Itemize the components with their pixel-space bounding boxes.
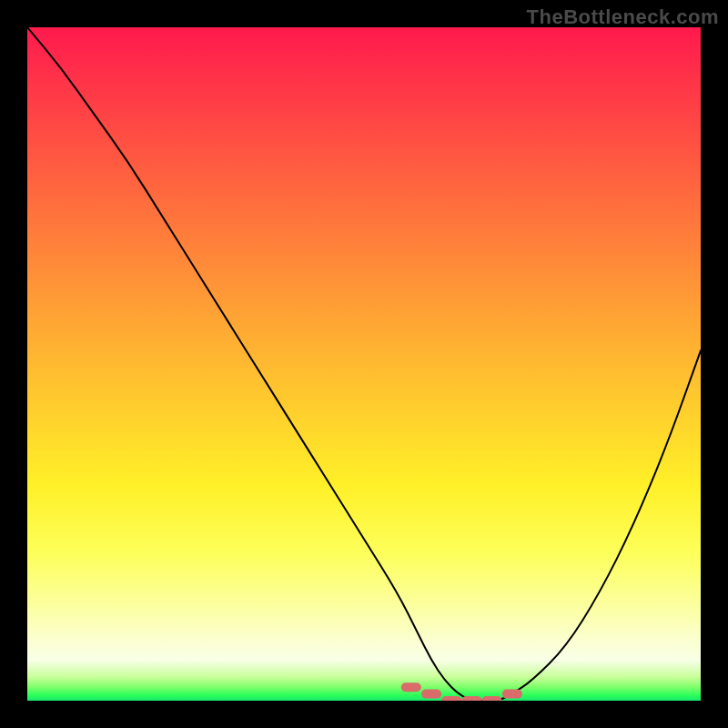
valley-marker: [482, 696, 502, 701]
valley-marker: [441, 696, 461, 701]
plot-area: [27, 27, 701, 701]
bottleneck-curve-layer: [27, 27, 701, 701]
watermark-label: TheBottleneck.com: [527, 5, 719, 29]
valley-marker: [502, 690, 522, 699]
valley-marker: [461, 696, 481, 701]
valley-marker: [421, 690, 441, 699]
valley-marker: [401, 682, 421, 692]
chart-frame: TheBottleneck.com: [0, 0, 728, 728]
bottleneck-curve: [27, 27, 701, 701]
